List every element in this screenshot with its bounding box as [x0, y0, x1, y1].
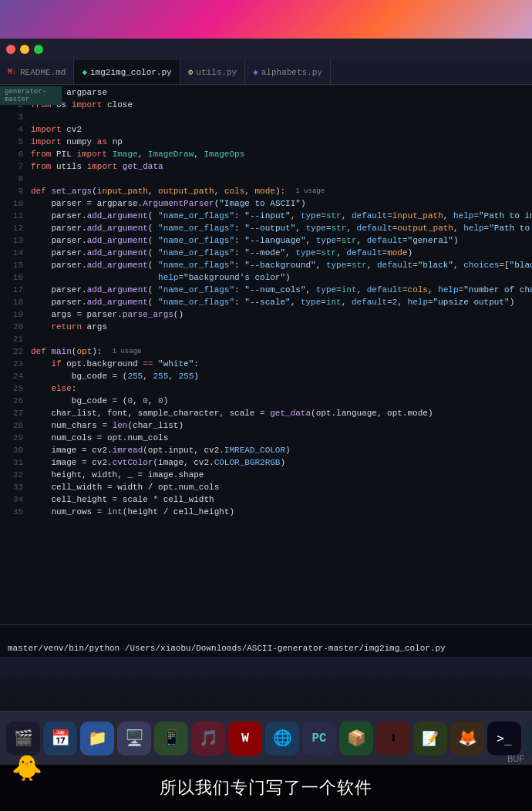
tab-img2img[interactable]: ◆ img2img_color.py	[74, 60, 180, 84]
code-line-31: image = cv2.cvtColor(image, cv2.COLOR_BG…	[31, 456, 529, 469]
code-line-34: cell_height = scale * cell_width	[31, 493, 529, 506]
dock-icon-music[interactable]: 🎵	[191, 722, 225, 755]
tab-readme[interactable]: M↓ README.md	[0, 60, 74, 84]
dock-icon-finder[interactable]: 📁	[80, 722, 114, 755]
code-line-23: if opt.background == "white":	[31, 358, 529, 370]
sidebar-folder-label: generator-master	[0, 86, 62, 105]
code-line-29: num_cols = opt.num_cols	[31, 432, 529, 444]
code-content-area[interactable]: 12345 678910 1112131415 1617181920 21222…	[0, 85, 532, 624]
dock-icon-klokki[interactable]: 🦊	[450, 722, 484, 755]
code-line-9: def set_args(input_path, output_path, co…	[31, 185, 529, 197]
code-line-25: else:	[31, 382, 529, 395]
code-line-16: help="background's color")	[31, 271, 529, 284]
code-line-3	[31, 111, 529, 123]
code-line-14: parser.add_argument( "name_or_flags": "-…	[31, 247, 529, 259]
dock-icon-download[interactable]: ⬇️	[524, 722, 532, 755]
tab-readme-label: README.md	[20, 68, 66, 77]
code-line-7: from utils import get_data	[31, 160, 529, 173]
dock-icon-calendar[interactable]: 📅	[43, 722, 77, 755]
code-line-22: def main(opt): 1 usage	[31, 345, 529, 358]
code-line-2: from os import close	[31, 99, 529, 111]
dock-icon-davinci[interactable]: 🎬	[6, 722, 40, 755]
dock-icon-browser[interactable]: 🌐	[265, 722, 299, 755]
dock-icon-iterm[interactable]: 📱	[154, 722, 188, 755]
watermark-text: BUF	[507, 754, 524, 763]
code-line-21	[31, 333, 529, 345]
code-editor-window: M↓ README.md ◆ img2img_color.py ⚙ utils.…	[0, 39, 532, 671]
code-line-5: import numpy as np	[31, 136, 529, 148]
alpha-icon: ◈	[253, 67, 258, 77]
code-line-27: char_list, font, sample_character, scale…	[31, 407, 529, 419]
rubber-duck-decoration: 🐥	[12, 753, 42, 784]
code-line-19: args = parser.parse_args()	[31, 308, 529, 321]
code-line-10: parser = argparse.ArgumentParser("Image …	[31, 197, 529, 210]
dock-icon-pycharm[interactable]: PC	[302, 722, 336, 755]
maximize-button[interactable]	[34, 45, 43, 54]
code-line-8	[31, 173, 529, 185]
code-line-11: parser.add_argument( "name_or_flags": "-…	[31, 210, 529, 222]
close-button[interactable]	[6, 45, 15, 54]
terminal-command: master/venv/bin/python /Users/xiaobu/Dow…	[8, 644, 446, 653]
dock-background	[0, 657, 532, 718]
tab-utils-label: utils.py	[196, 68, 237, 77]
code-line-12: parser.add_argument( "name_or_flags": "-…	[31, 222, 529, 234]
code-line-1: import argparse	[31, 86, 529, 99]
code-line-20: return args	[31, 321, 529, 333]
code-line-24: bg_code = (255, 255, 255)	[31, 370, 529, 382]
code-line-13: parser.add_argument( "name_or_flags": "-…	[31, 234, 529, 247]
code-line-17: parser.add_argument( "name_or_flags": "-…	[31, 284, 529, 296]
code-line-32: height, width, _ = image.shape	[31, 469, 529, 481]
dock-icon-terminal[interactable]: >_	[487, 722, 521, 755]
code-line-33: cell_width = width / opt.num_cols	[31, 481, 529, 493]
img-icon: ◆	[82, 67, 87, 77]
code-line-26: bg_code = (0, 0, 0)	[31, 395, 529, 407]
tab-alphabets-label: alphabets.py	[261, 68, 322, 77]
dock-icon-sublime[interactable]: 📝	[413, 722, 447, 755]
window-chrome	[0, 39, 532, 60]
code-line-35: num_rows = int(height / cell_height)	[31, 506, 529, 518]
dock: 🎬 📅 📁 🖥️ 📱 🎵 W 🌐 PC 📦 ⬇️ 📝 🦊 >_ ⬇️	[0, 711, 532, 765]
code-line-15: parser.add_argument( "name_or_flags": "-…	[31, 259, 529, 271]
utils-icon: ⚙	[188, 67, 194, 77]
dock-icon-system-prefs[interactable]: 🖥️	[117, 722, 151, 755]
subtitle-area: 所以我们专门写了一个软件	[0, 765, 532, 811]
dock-icon-wps[interactable]: W	[228, 722, 262, 755]
tab-bar: M↓ README.md ◆ img2img_color.py ⚙ utils.…	[0, 60, 532, 85]
code-text: import argparse from os import close imp…	[28, 85, 532, 624]
line-numbers: 12345 678910 1112131415 1617181920 21222…	[0, 85, 28, 624]
subtitle-text: 所以我们专门写了一个软件	[160, 776, 372, 799]
code-line-28: num_chars = len(char_list)	[31, 419, 529, 432]
tab-img2img-label: img2img_color.py	[90, 68, 172, 77]
readme-icon: M↓	[8, 68, 17, 76]
dock-icon-app1[interactable]: 📦	[339, 722, 373, 755]
code-line-18: parser.add_argument( "name_or_flags": "-…	[31, 296, 529, 308]
code-line-30: image = cv2.imread(opt.input, cv2.IMREAD…	[31, 444, 529, 456]
minimize-button[interactable]	[20, 45, 29, 54]
dock-icon-vpn[interactable]: ⬇️	[376, 722, 410, 755]
code-line-4: import cv2	[31, 123, 529, 136]
tab-alphabets[interactable]: ◈ alphabets.py	[245, 60, 331, 84]
code-line-6: from PIL import Image, ImageDraw, ImageO…	[31, 148, 529, 160]
editor-area: 12345 678910 1112131415 1617181920 21222…	[0, 85, 532, 624]
tab-utils[interactable]: ⚙ utils.py	[180, 60, 245, 84]
